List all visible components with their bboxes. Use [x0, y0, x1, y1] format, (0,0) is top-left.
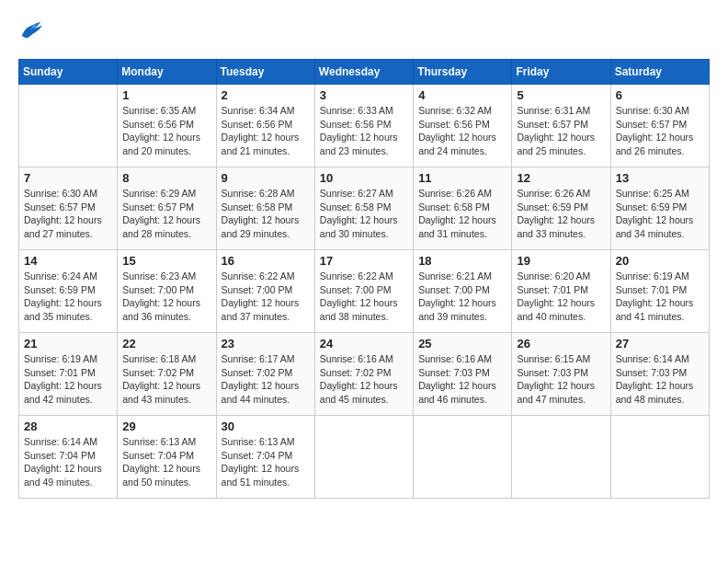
day-info: Sunrise: 6:14 AM Sunset: 7:04 PM Dayligh…: [24, 435, 112, 489]
week-row-2: 7Sunrise: 6:30 AM Sunset: 6:57 PM Daylig…: [19, 167, 710, 250]
day-number: 29: [122, 419, 210, 433]
day-info: Sunrise: 6:18 AM Sunset: 7:02 PM Dayligh…: [122, 352, 210, 407]
day-cell: 2Sunrise: 6:34 AM Sunset: 6:56 PM Daylig…: [216, 85, 314, 167]
day-info: Sunrise: 6:17 AM Sunset: 7:02 PM Dayligh…: [222, 352, 310, 407]
logo-bird-icon: [18, 18, 44, 44]
day-number: 2: [222, 88, 310, 102]
day-number: 6: [616, 88, 704, 102]
week-row-5: 28Sunrise: 6:14 AM Sunset: 7:04 PM Dayli…: [19, 416, 710, 499]
day-cell: [610, 416, 709, 499]
week-row-4: 21Sunrise: 6:19 AM Sunset: 7:01 PM Dayli…: [19, 333, 710, 416]
header-tuesday: Tuesday: [216, 60, 314, 85]
day-info: Sunrise: 6:19 AM Sunset: 7:01 PM Dayligh…: [24, 352, 112, 407]
day-cell: 25Sunrise: 6:16 AM Sunset: 7:03 PM Dayli…: [414, 333, 512, 416]
day-number: 24: [320, 337, 408, 350]
day-number: 13: [616, 171, 704, 185]
day-number: 4: [418, 88, 506, 102]
day-info: Sunrise: 6:23 AM Sunset: 7:00 PM Dayligh…: [122, 270, 210, 324]
day-cell: [512, 416, 610, 499]
calendar-header-row: SundayMondayTuesdayWednesdayThursdayFrid…: [19, 60, 710, 85]
day-info: Sunrise: 6:22 AM Sunset: 7:00 PM Dayligh…: [222, 270, 310, 324]
day-number: 20: [616, 254, 704, 268]
day-cell: 3Sunrise: 6:33 AM Sunset: 6:56 PM Daylig…: [314, 85, 413, 167]
week-row-1: 1Sunrise: 6:35 AM Sunset: 6:56 PM Daylig…: [19, 85, 710, 167]
header-monday: Monday: [118, 60, 216, 85]
day-cell: 14Sunrise: 6:24 AM Sunset: 6:59 PM Dayli…: [19, 250, 118, 333]
day-cell: 15Sunrise: 6:23 AM Sunset: 7:00 PM Dayli…: [118, 250, 216, 333]
day-cell: 18Sunrise: 6:21 AM Sunset: 7:00 PM Dayli…: [414, 250, 512, 333]
day-info: Sunrise: 6:35 AM Sunset: 6:56 PM Dayligh…: [122, 104, 210, 158]
day-info: Sunrise: 6:30 AM Sunset: 6:57 PM Dayligh…: [616, 104, 704, 158]
day-number: 28: [24, 419, 112, 433]
day-info: Sunrise: 6:22 AM Sunset: 7:00 PM Dayligh…: [320, 270, 408, 324]
day-cell: 7Sunrise: 6:30 AM Sunset: 6:57 PM Daylig…: [19, 167, 118, 250]
day-number: 22: [122, 337, 210, 350]
day-info: Sunrise: 6:26 AM Sunset: 6:59 PM Dayligh…: [517, 187, 605, 241]
day-info: Sunrise: 6:30 AM Sunset: 6:57 PM Dayligh…: [24, 187, 112, 241]
day-info: Sunrise: 6:14 AM Sunset: 7:03 PM Dayligh…: [616, 352, 704, 407]
day-info: Sunrise: 6:15 AM Sunset: 7:03 PM Dayligh…: [517, 352, 605, 407]
day-info: Sunrise: 6:16 AM Sunset: 7:03 PM Dayligh…: [418, 352, 506, 407]
day-cell: 27Sunrise: 6:14 AM Sunset: 7:03 PM Dayli…: [610, 333, 709, 416]
day-info: Sunrise: 6:33 AM Sunset: 6:56 PM Dayligh…: [320, 104, 408, 158]
header-thursday: Thursday: [414, 60, 512, 85]
day-info: Sunrise: 6:27 AM Sunset: 6:58 PM Dayligh…: [320, 187, 408, 241]
day-info: Sunrise: 6:21 AM Sunset: 7:00 PM Dayligh…: [418, 270, 506, 324]
day-number: 12: [517, 171, 605, 185]
day-number: 15: [122, 254, 210, 268]
day-cell: 11Sunrise: 6:26 AM Sunset: 6:58 PM Dayli…: [414, 167, 512, 250]
day-cell: 21Sunrise: 6:19 AM Sunset: 7:01 PM Dayli…: [19, 333, 118, 416]
day-number: 21: [24, 337, 112, 350]
day-info: Sunrise: 6:28 AM Sunset: 6:58 PM Dayligh…: [222, 187, 310, 241]
day-info: Sunrise: 6:32 AM Sunset: 6:56 PM Dayligh…: [418, 104, 506, 158]
day-info: Sunrise: 6:19 AM Sunset: 7:01 PM Dayligh…: [616, 270, 704, 324]
day-cell: [414, 416, 512, 499]
day-number: 23: [222, 337, 310, 350]
header-saturday: Saturday: [610, 60, 709, 85]
day-cell: 4Sunrise: 6:32 AM Sunset: 6:56 PM Daylig…: [414, 85, 512, 167]
day-cell: [19, 85, 118, 167]
day-cell: 10Sunrise: 6:27 AM Sunset: 6:58 PM Dayli…: [314, 167, 413, 250]
day-number: 25: [418, 337, 506, 350]
day-cell: 20Sunrise: 6:19 AM Sunset: 7:01 PM Dayli…: [610, 250, 709, 333]
day-cell: 28Sunrise: 6:14 AM Sunset: 7:04 PM Dayli…: [19, 416, 118, 499]
day-cell: 5Sunrise: 6:31 AM Sunset: 6:57 PM Daylig…: [512, 85, 610, 167]
day-info: Sunrise: 6:20 AM Sunset: 7:01 PM Dayligh…: [517, 270, 605, 324]
day-number: 17: [320, 254, 408, 268]
day-info: Sunrise: 6:13 AM Sunset: 7:04 PM Dayligh…: [222, 435, 310, 489]
day-cell: 19Sunrise: 6:20 AM Sunset: 7:01 PM Dayli…: [512, 250, 610, 333]
day-cell: 26Sunrise: 6:15 AM Sunset: 7:03 PM Dayli…: [512, 333, 610, 416]
day-number: 3: [320, 88, 408, 102]
day-info: Sunrise: 6:24 AM Sunset: 6:59 PM Dayligh…: [24, 270, 112, 324]
day-cell: 30Sunrise: 6:13 AM Sunset: 7:04 PM Dayli…: [216, 416, 314, 499]
day-cell: 16Sunrise: 6:22 AM Sunset: 7:00 PM Dayli…: [216, 250, 314, 333]
day-number: 19: [517, 254, 605, 268]
day-number: 27: [616, 337, 704, 350]
day-info: Sunrise: 6:25 AM Sunset: 6:59 PM Dayligh…: [616, 187, 704, 241]
header-sunday: Sunday: [19, 60, 118, 85]
day-number: 14: [24, 254, 112, 268]
day-cell: 24Sunrise: 6:16 AM Sunset: 7:02 PM Dayli…: [314, 333, 413, 416]
day-info: Sunrise: 6:29 AM Sunset: 6:57 PM Dayligh…: [122, 187, 210, 241]
day-number: 5: [517, 88, 605, 102]
day-number: 11: [418, 171, 506, 185]
day-number: 26: [517, 337, 605, 350]
day-info: Sunrise: 6:31 AM Sunset: 6:57 PM Dayligh…: [517, 104, 605, 158]
logo: [18, 18, 48, 44]
day-number: 10: [320, 171, 408, 185]
day-info: Sunrise: 6:16 AM Sunset: 7:02 PM Dayligh…: [320, 352, 408, 407]
page-header: [18, 18, 710, 44]
day-info: Sunrise: 6:26 AM Sunset: 6:58 PM Dayligh…: [418, 187, 506, 241]
day-number: 30: [222, 419, 310, 433]
day-cell: 1Sunrise: 6:35 AM Sunset: 6:56 PM Daylig…: [118, 85, 216, 167]
calendar-table: SundayMondayTuesdayWednesdayThursdayFrid…: [18, 59, 710, 499]
day-number: 9: [222, 171, 310, 185]
day-cell: 12Sunrise: 6:26 AM Sunset: 6:59 PM Dayli…: [512, 167, 610, 250]
day-cell: [314, 416, 413, 499]
day-number: 8: [122, 171, 210, 185]
header-friday: Friday: [512, 60, 610, 85]
header-wednesday: Wednesday: [314, 60, 413, 85]
day-info: Sunrise: 6:13 AM Sunset: 7:04 PM Dayligh…: [122, 435, 210, 489]
day-cell: 22Sunrise: 6:18 AM Sunset: 7:02 PM Dayli…: [118, 333, 216, 416]
day-number: 7: [24, 171, 112, 185]
